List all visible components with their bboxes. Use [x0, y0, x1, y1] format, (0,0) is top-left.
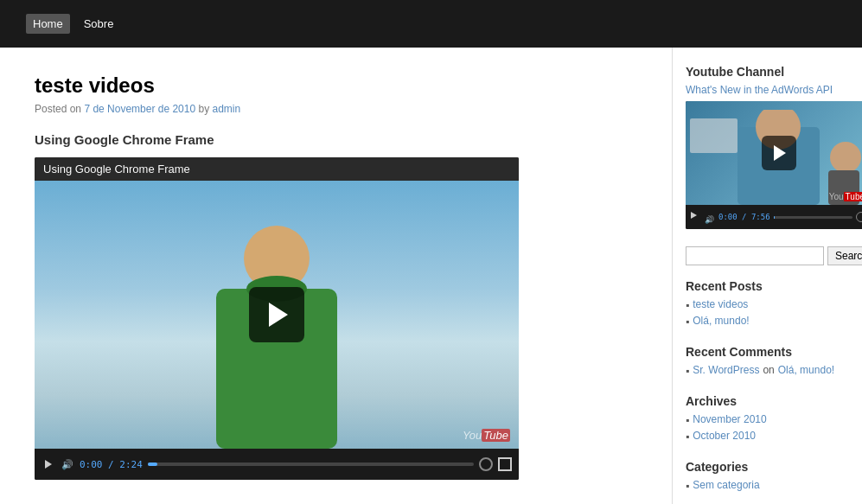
recent-comments-section: Recent Comments Sr. WordPress on Olá, mu…	[686, 345, 849, 377]
nav-home[interactable]: Home	[26, 14, 70, 34]
post-author-link[interactable]: admin	[213, 103, 241, 115]
yt-progress-fill	[774, 216, 776, 219]
yt-play-button[interactable]	[762, 136, 796, 170]
post-meta: Posted on 7 de November de 2010 by admin	[35, 103, 646, 115]
youtube-thumbnail[interactable]: YouTube	[686, 101, 862, 205]
main-wrapper: teste videos Posted on 7 de November de …	[0, 48, 862, 504]
progress-fill	[148, 463, 157, 466]
yt-settings-icon[interactable]	[856, 212, 862, 222]
comment-on: on	[763, 364, 774, 376]
time-display: 0:00 / 2:24	[80, 459, 143, 470]
svg-point-6	[830, 142, 861, 173]
fullscreen-control[interactable]	[498, 457, 512, 471]
meta-by: by	[199, 103, 213, 115]
content-area: teste videos Posted on 7 de November de …	[0, 48, 672, 504]
video-label: Using Google Chrome Frame	[35, 132, 646, 147]
site-header: Home Sobre	[0, 0, 862, 48]
settings-control[interactable]	[479, 457, 493, 471]
recent-posts-list: teste videos Olá, mundo!	[686, 298, 849, 328]
commenter-link[interactable]: Sr. WordPress	[693, 364, 759, 376]
archives-heading: Archives	[686, 394, 849, 408]
categories-list: Sem categoria	[686, 479, 849, 492]
svg-rect-5	[690, 118, 737, 153]
yt-time-display: 0:00 / 7:56	[718, 213, 770, 221]
list-item: Sr. WordPress on Olá, mundo!	[686, 364, 849, 377]
nav-sobre[interactable]: Sobre	[77, 14, 121, 34]
archives-section: Archives November 2010 October 2010	[686, 394, 849, 443]
list-item: teste videos	[686, 298, 849, 311]
search-button[interactable]: Search	[827, 246, 862, 265]
archive-link-1[interactable]: November 2010	[693, 413, 766, 425]
progress-bar[interactable]	[148, 463, 474, 466]
yt-vol-icon	[705, 212, 715, 226]
sidebar: Youtube Channel What's New in the AdWord…	[672, 48, 862, 504]
youtube-widget: YouTube 0:00 / 7:56	[686, 101, 862, 229]
video-play-button[interactable]	[249, 287, 304, 342]
yt-controls: 0:00 / 7:56	[686, 205, 862, 229]
video-screen[interactable]: YouTube	[35, 181, 519, 449]
comment-post-link[interactable]: Olá, mundo!	[778, 364, 834, 376]
yt-watermark: YouTube	[829, 192, 862, 201]
categories-heading: Categories	[686, 460, 849, 474]
recent-posts-section: Recent Posts teste videos Olá, mundo!	[686, 279, 849, 328]
categories-section: Categories Sem categoria	[686, 460, 849, 492]
post-date-link[interactable]: 7 de November de 2010	[84, 103, 195, 115]
recent-post-link-1[interactable]: teste videos	[693, 298, 748, 310]
list-item: Sem categoria	[686, 479, 849, 492]
archives-list: November 2010 October 2010	[686, 413, 849, 443]
recent-comments-heading: Recent Comments	[686, 345, 849, 359]
volume-control[interactable]	[61, 457, 74, 471]
play-control[interactable]	[42, 457, 55, 471]
yt-progress-bar[interactable]	[774, 216, 852, 219]
recent-posts-heading: Recent Posts	[686, 279, 849, 293]
search-section: Search	[686, 246, 849, 265]
category-link-1[interactable]: Sem categoria	[693, 479, 759, 491]
video-player: Using Google Chrome Frame YouTube	[35, 157, 519, 480]
youtube-channel-section: Youtube Channel What's New in the AdWord…	[686, 65, 849, 229]
list-item: October 2010	[686, 430, 849, 443]
list-item: November 2010	[686, 413, 849, 426]
recent-comments-list: Sr. WordPress on Olá, mundo!	[686, 364, 849, 377]
list-item: Olá, mundo!	[686, 315, 849, 328]
youtube-subtext: What's New in the AdWords API	[686, 84, 849, 96]
recent-post-link-2[interactable]: Olá, mundo!	[693, 315, 749, 327]
video-controls-bar: 0:00 / 2:24	[35, 449, 519, 480]
yt-play-icon	[691, 212, 701, 219]
search-input[interactable]	[686, 246, 824, 265]
archive-link-2[interactable]: October 2010	[693, 430, 756, 442]
youtube-watermark: YouTube	[463, 429, 510, 442]
yt-play-ctrl[interactable]	[691, 212, 701, 222]
video-title-bar: Using Google Chrome Frame	[35, 157, 519, 181]
meta-prefix: Posted on	[35, 103, 81, 115]
youtube-heading: Youtube Channel	[686, 65, 849, 79]
yt-vol-ctrl[interactable]	[705, 212, 715, 222]
post-title: teste videos	[35, 73, 646, 98]
